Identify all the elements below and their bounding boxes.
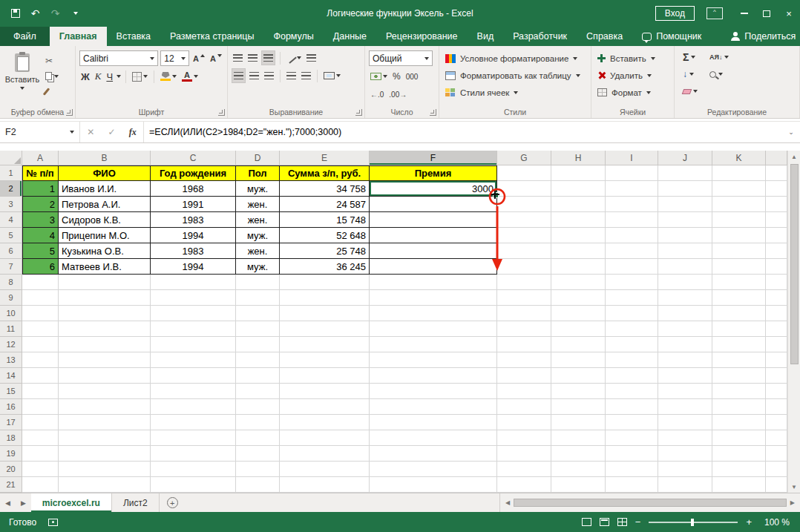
cell-I20[interactable] bbox=[606, 462, 658, 477]
font-color-button[interactable]: А bbox=[180, 69, 200, 84]
zoom-out-button[interactable]: − bbox=[635, 516, 641, 528]
scroll-down-icon[interactable]: ▼ bbox=[788, 481, 800, 493]
decrease-indent-button[interactable] bbox=[285, 68, 298, 83]
cell-B21[interactable] bbox=[59, 477, 151, 493]
cell-H12[interactable] bbox=[551, 337, 606, 352]
cell-E17[interactable] bbox=[280, 415, 370, 430]
cell-K21[interactable] bbox=[712, 477, 766, 493]
cell-G17[interactable] bbox=[497, 415, 551, 430]
cell-F13[interactable] bbox=[370, 352, 497, 368]
cell-A10[interactable] bbox=[22, 306, 59, 321]
maximize-button[interactable] bbox=[755, 0, 778, 27]
cell-C9[interactable] bbox=[151, 290, 236, 306]
wrap-text-button[interactable] bbox=[305, 50, 318, 65]
cell-H2[interactable] bbox=[551, 181, 606, 197]
sign-in-button[interactable]: Вход bbox=[655, 6, 695, 21]
minimize-button[interactable] bbox=[733, 0, 755, 27]
align-left-button[interactable] bbox=[232, 68, 246, 83]
cell-E7[interactable]: 36 245 bbox=[280, 259, 370, 275]
cell-B16[interactable] bbox=[59, 399, 151, 415]
zoom-slider-thumb[interactable] bbox=[691, 519, 694, 526]
cell-E2[interactable]: 34 758 bbox=[280, 181, 370, 197]
cancel-icon[interactable]: ✕ bbox=[87, 127, 94, 137]
macro-record-icon[interactable] bbox=[48, 519, 58, 526]
cell-K15[interactable] bbox=[712, 384, 766, 399]
cell-J12[interactable] bbox=[658, 337, 712, 352]
cell-F15[interactable] bbox=[370, 384, 497, 399]
cell-B9[interactable] bbox=[59, 290, 151, 306]
insert-function-icon[interactable]: fx bbox=[129, 127, 137, 138]
cell-J13[interactable] bbox=[658, 352, 712, 368]
cell-J7[interactable] bbox=[658, 259, 712, 275]
column-header-C[interactable]: C bbox=[151, 151, 236, 165]
vertical-scrollbar[interactable]: ▲ ▼ bbox=[787, 151, 800, 493]
increase-indent-button[interactable] bbox=[300, 68, 312, 83]
cell-D9[interactable] bbox=[236, 290, 280, 306]
zoom-level-label[interactable]: 100 % bbox=[760, 517, 790, 528]
redo-button[interactable]: ↷ bbox=[46, 4, 65, 23]
font-name-select[interactable]: Calibri bbox=[79, 50, 158, 66]
cell-J11[interactable] bbox=[658, 321, 712, 337]
cell-F14[interactable] bbox=[370, 368, 497, 384]
cell-J3[interactable] bbox=[658, 197, 712, 212]
fill-button[interactable]: ↓ bbox=[683, 68, 698, 81]
cell-F7[interactable] bbox=[370, 259, 497, 275]
name-box-dropdown-icon[interactable] bbox=[70, 131, 74, 134]
cell-E15[interactable] bbox=[280, 384, 370, 399]
cell-E9[interactable] bbox=[280, 290, 370, 306]
cell-J14[interactable] bbox=[658, 368, 712, 384]
cell-F10[interactable] bbox=[370, 306, 497, 321]
cell-C6[interactable]: 1983 bbox=[151, 243, 236, 259]
row-header-7[interactable]: 7 bbox=[0, 259, 22, 275]
hscroll-right-icon[interactable]: ▶ bbox=[787, 499, 799, 506]
cell-C14[interactable] bbox=[151, 368, 236, 384]
cell-I5[interactable] bbox=[606, 228, 658, 243]
cell-D12[interactable] bbox=[236, 337, 280, 352]
cell-E1[interactable]: Сумма з/п, руб. bbox=[280, 165, 370, 181]
cell-A12[interactable] bbox=[22, 337, 59, 352]
cell-G12[interactable] bbox=[497, 337, 551, 352]
number-dialog-launcher-icon[interactable] bbox=[430, 109, 436, 116]
cell-B1[interactable]: ФИО bbox=[59, 165, 151, 181]
cell-D1[interactable]: Пол bbox=[236, 165, 280, 181]
sort-filter-button[interactable]: АЯ↓ bbox=[709, 50, 729, 64]
hscroll-thumb[interactable] bbox=[514, 499, 787, 507]
row-header-21[interactable]: 21 bbox=[0, 477, 22, 493]
cell-D18[interactable] bbox=[236, 430, 280, 446]
cell-K4[interactable] bbox=[712, 212, 766, 228]
cell-C7[interactable]: 1994 bbox=[151, 259, 236, 275]
cell-H15[interactable] bbox=[551, 384, 606, 399]
tab-page-layout[interactable]: Разметка страницы bbox=[160, 27, 263, 46]
cell-E14[interactable] bbox=[280, 368, 370, 384]
cell-J9[interactable] bbox=[658, 290, 712, 306]
cell-J16[interactable] bbox=[658, 399, 712, 415]
cell-J15[interactable] bbox=[658, 384, 712, 399]
cell-B15[interactable] bbox=[59, 384, 151, 399]
formula-input[interactable]: =ЕСЛИ(ИЛИ(C2>1984;D2="жен.");7000;3000) bbox=[144, 122, 782, 142]
cell-H4[interactable] bbox=[551, 212, 606, 228]
cell-E21[interactable] bbox=[280, 477, 370, 493]
cell-F2[interactable]: 3000 bbox=[370, 181, 497, 197]
cell-J4[interactable] bbox=[658, 212, 712, 228]
row-header-15[interactable]: 15 bbox=[0, 384, 22, 399]
cell-D13[interactable] bbox=[236, 352, 280, 368]
cell-K17[interactable] bbox=[712, 415, 766, 430]
row-header-17[interactable]: 17 bbox=[0, 415, 22, 430]
delete-cells-button[interactable]: Удалить bbox=[595, 67, 670, 84]
cell-I11[interactable] bbox=[606, 321, 658, 337]
cell-J21[interactable] bbox=[658, 477, 712, 493]
cell-H17[interactable] bbox=[551, 415, 606, 430]
cell-B11[interactable] bbox=[59, 321, 151, 337]
align-right-button[interactable] bbox=[263, 68, 275, 83]
cell-A3[interactable]: 2 bbox=[22, 197, 59, 212]
comma-style-button[interactable]: 000 bbox=[404, 69, 420, 84]
tab-data[interactable]: Данные bbox=[324, 27, 376, 46]
sheet-tab-list2[interactable]: Лист2 bbox=[112, 493, 160, 512]
cell-D3[interactable]: жен. bbox=[236, 197, 280, 212]
row-header-9[interactable]: 9 bbox=[0, 290, 22, 306]
row-header-14[interactable]: 14 bbox=[0, 368, 22, 384]
cell-D8[interactable] bbox=[236, 275, 280, 290]
cell-C11[interactable] bbox=[151, 321, 236, 337]
cell-E11[interactable] bbox=[280, 321, 370, 337]
cell-E16[interactable] bbox=[280, 399, 370, 415]
